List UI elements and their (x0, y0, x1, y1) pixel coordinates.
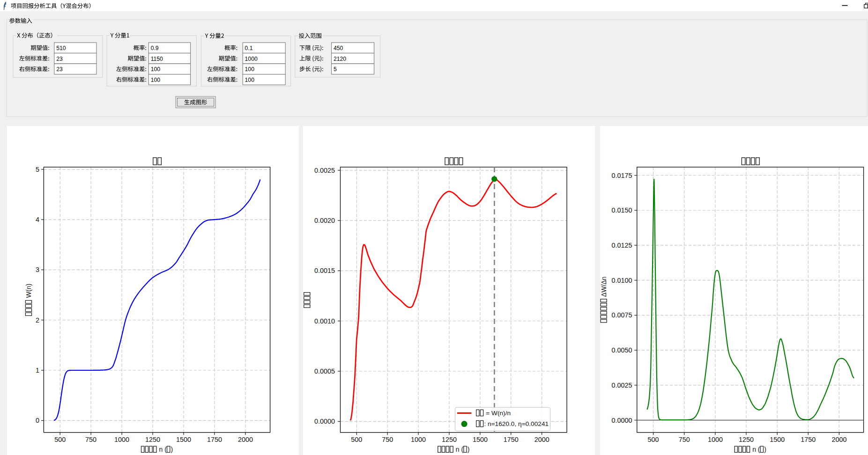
svg-text:1250: 1250 (442, 436, 457, 443)
svg-text:5: 5 (36, 166, 39, 173)
svg-text:0.0100: 0.0100 (611, 277, 632, 284)
svg-text:1150: 1150 (151, 56, 163, 62)
svg-text:23: 23 (56, 66, 63, 73)
svg-text:n (: n ( (157, 446, 167, 453)
svg-text:100: 100 (151, 77, 161, 83)
svg-text:1000: 1000 (411, 436, 426, 443)
svg-text:100: 100 (151, 66, 161, 73)
svg-text:0: 0 (36, 417, 39, 424)
svg-text:750: 750 (85, 436, 96, 443)
svg-text:500: 500 (351, 436, 362, 443)
svg-text:500: 500 (54, 436, 66, 443)
svg-text:5: 5 (334, 66, 337, 73)
svg-text:0.1: 0.1 (245, 45, 253, 51)
svg-text:2000: 2000 (831, 436, 846, 443)
svg-text:n (: n ( (454, 446, 464, 453)
svg-text:1: 1 (36, 367, 39, 374)
svg-text:0.0005: 0.0005 (314, 367, 335, 375)
svg-text:W(n): W(n) (25, 284, 32, 300)
svg-text:1750: 1750 (207, 436, 222, 443)
svg-text:510: 510 (56, 45, 66, 51)
svg-text:2120: 2120 (334, 56, 346, 62)
svg-text:1500: 1500 (176, 436, 191, 443)
svg-text:1750: 1750 (504, 436, 519, 443)
svg-text:500: 500 (648, 436, 659, 443)
svg-text:1000: 1000 (245, 56, 258, 62)
svg-text:0.0175: 0.0175 (611, 172, 632, 179)
svg-text:1250: 1250 (739, 436, 754, 443)
svg-text:23: 23 (56, 56, 63, 62)
svg-text:n (: n ( (750, 446, 760, 453)
svg-text:0.0050: 0.0050 (611, 346, 632, 354)
svg-text:): ) (764, 446, 766, 453)
svg-text:2: 2 (36, 316, 39, 324)
svg-text:): ) (171, 446, 173, 453)
svg-text:ΔW/Δn: ΔW/Δn (600, 277, 608, 299)
svg-text:0.0020: 0.0020 (314, 217, 335, 224)
svg-text:1500: 1500 (770, 436, 785, 443)
svg-text:1000: 1000 (114, 436, 129, 443)
svg-text:0.9: 0.9 (151, 45, 159, 51)
svg-text:0.0025: 0.0025 (611, 382, 632, 389)
svg-text:1000: 1000 (708, 436, 723, 443)
svg-text:1500: 1500 (473, 436, 488, 443)
svg-text:: n=1620.0, η=0.00241: : n=1620.0, η=0.00241 (484, 420, 549, 427)
svg-text:100: 100 (245, 66, 255, 73)
svg-text:0.0010: 0.0010 (314, 317, 335, 325)
svg-text:): ) (467, 446, 470, 453)
svg-text:= W(n)/n: = W(n)/n (484, 410, 511, 417)
svg-text:0.0000: 0.0000 (611, 417, 632, 424)
svg-text:0.0015: 0.0015 (314, 267, 335, 274)
svg-text:0.0075: 0.0075 (611, 311, 632, 319)
svg-text:750: 750 (382, 436, 393, 443)
svg-text:0.0000: 0.0000 (314, 418, 335, 425)
svg-text:0.0025: 0.0025 (314, 167, 335, 174)
svg-text:2000: 2000 (534, 436, 549, 443)
svg-text:3: 3 (36, 266, 39, 273)
svg-text:0.0125: 0.0125 (611, 242, 632, 249)
svg-text:4: 4 (36, 216, 39, 223)
svg-text:1250: 1250 (145, 436, 160, 443)
svg-text:750: 750 (679, 436, 690, 443)
svg-text:450: 450 (334, 45, 343, 51)
svg-text:2000: 2000 (238, 436, 253, 443)
svg-text:100: 100 (245, 77, 255, 83)
svg-text:0.0150: 0.0150 (611, 206, 632, 214)
svg-text:1750: 1750 (801, 436, 816, 443)
